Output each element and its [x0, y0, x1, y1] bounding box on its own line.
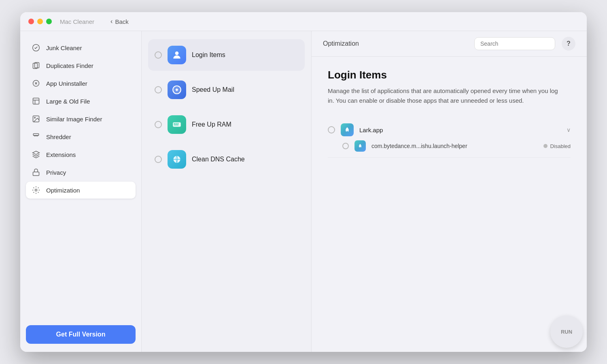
duplicates-finder-icon [32, 61, 40, 70]
svg-point-9 [35, 189, 37, 191]
sidebar: Junk Cleaner Duplicates Finder App Unins… [20, 31, 142, 352]
status-dot [543, 144, 548, 148]
right-panel: Optimization ? Login Items Manage the li… [312, 31, 587, 352]
lark-helper-radio[interactable] [342, 143, 349, 149]
lark-app-icon [341, 123, 354, 136]
svg-rect-14 [176, 123, 177, 124]
sidebar-item-shredder[interactable]: Shredder [26, 128, 136, 145]
sidebar-item-optimization[interactable]: Optimization [26, 182, 136, 199]
chevron-down-icon[interactable]: ∨ [567, 127, 571, 133]
sidebar-label-junk-cleaner: Junk Cleaner [46, 44, 82, 51]
lark-radio[interactable] [328, 126, 335, 133]
center-panel: Login Items Speed Up Mail [142, 31, 312, 352]
junk-cleaner-icon [32, 43, 40, 52]
traffic-lights [28, 19, 52, 24]
menu-item-speed-up-mail[interactable]: Speed Up Mail [148, 74, 305, 106]
sidebar-label-large-old-file: Large & Old File [46, 98, 90, 105]
maximize-button[interactable] [46, 19, 52, 24]
menu-label-clean-dns-cache: Clean DNS Cache [192, 156, 245, 163]
sidebar-item-app-uninstaller[interactable]: App Uninstaller [26, 75, 136, 92]
svg-rect-15 [177, 123, 178, 124]
menu-item-clean-dns-cache[interactable]: Clean DNS Cache [148, 144, 305, 175]
sidebar-label-similar-image-finder: Similar Image Finder [46, 116, 102, 123]
app-row-lark[interactable]: Lark.app ∨ [328, 123, 571, 136]
menu-label-speed-up-mail: Speed Up Mail [192, 86, 234, 93]
right-panel-title: Optimization [323, 40, 359, 47]
close-button[interactable] [28, 19, 34, 24]
search-input[interactable] [480, 40, 551, 47]
sidebar-label-shredder: Shredder [46, 133, 71, 140]
back-label: Back [115, 18, 128, 25]
sidebar-label-extensions: Extensions [46, 151, 76, 158]
sidebar-label-duplicates-finder: Duplicates Finder [46, 62, 93, 69]
menu-label-free-up-ram: Free Up RAM [192, 121, 231, 128]
menu-item-free-up-ram[interactable]: Free Up RAM [148, 109, 305, 140]
svg-rect-4 [33, 98, 39, 104]
clean-dns-cache-icon [168, 150, 186, 169]
optimization-icon [32, 186, 40, 195]
svg-rect-7 [33, 134, 38, 135]
detail-title: Login Items [328, 69, 571, 81]
svg-rect-13 [174, 123, 175, 124]
lark-app-name: Lark.app [359, 127, 561, 133]
privacy-icon [32, 168, 40, 177]
menu-item-login-items[interactable]: Login Items [148, 39, 305, 71]
right-header: Optimization ? [312, 31, 587, 57]
shredder-icon [32, 132, 40, 141]
svg-rect-8 [33, 172, 39, 176]
sidebar-label-app-uninstaller: App Uninstaller [46, 80, 87, 87]
sidebar-item-similar-image-finder[interactable]: Similar Image Finder [26, 110, 136, 127]
menu-label-login-items: Login Items [192, 51, 225, 59]
sidebar-item-large-old-file[interactable]: Large & Old File [26, 93, 136, 110]
sidebar-item-junk-cleaner[interactable]: Junk Cleaner [26, 39, 136, 56]
large-old-file-icon [32, 97, 40, 106]
app-list-item-lark: Lark.app ∨ com.bytedance.m...ishu.launch… [328, 118, 571, 158]
sidebar-item-privacy[interactable]: Privacy [26, 164, 136, 181]
title-bar: Mac Cleaner ‹ Back [20, 12, 587, 31]
status-label: Disabled [550, 143, 571, 149]
help-button[interactable]: ? [562, 37, 575, 51]
login-items-icon [168, 46, 186, 64]
detail-description: Manage the list of applications that are… [328, 86, 562, 106]
sub-item-lark-helper: com.bytedance.m...ishu.launch-helper Dis… [342, 136, 571, 152]
lark-helper-icon [354, 140, 366, 152]
sidebar-item-duplicates-finder[interactable]: Duplicates Finder [26, 57, 136, 74]
status-badge-disabled: Disabled [543, 143, 571, 149]
right-body: Login Items Manage the list of applicati… [312, 57, 587, 352]
free-up-ram-radio[interactable] [155, 121, 162, 128]
app-title: Mac Cleaner [60, 18, 94, 25]
sidebar-label-privacy: Privacy [46, 169, 66, 176]
svg-point-6 [34, 117, 36, 119]
svg-rect-16 [174, 125, 178, 125]
lark-helper-name: com.bytedance.m...ishu.launch-helper [371, 143, 538, 149]
svg-point-10 [175, 51, 179, 55]
extensions-icon [32, 150, 40, 159]
speed-up-mail-radio[interactable] [155, 86, 162, 93]
app-uninstaller-icon [32, 79, 40, 88]
free-up-ram-icon [168, 115, 186, 134]
get-full-version-button[interactable]: Get Full Version [26, 325, 136, 344]
speed-up-mail-icon [168, 80, 186, 99]
minimize-button[interactable] [37, 19, 43, 24]
run-button[interactable]: RUN [550, 315, 583, 348]
similar-image-finder-icon [32, 114, 40, 123]
sidebar-item-extensions[interactable]: Extensions [26, 146, 136, 163]
login-items-radio[interactable] [155, 51, 162, 59]
chevron-left-icon: ‹ [110, 18, 112, 25]
back-button[interactable]: ‹ Back [110, 18, 129, 25]
clean-dns-cache-radio[interactable] [155, 156, 162, 163]
search-bar[interactable] [474, 37, 555, 50]
sidebar-label-optimization: Optimization [46, 187, 80, 194]
